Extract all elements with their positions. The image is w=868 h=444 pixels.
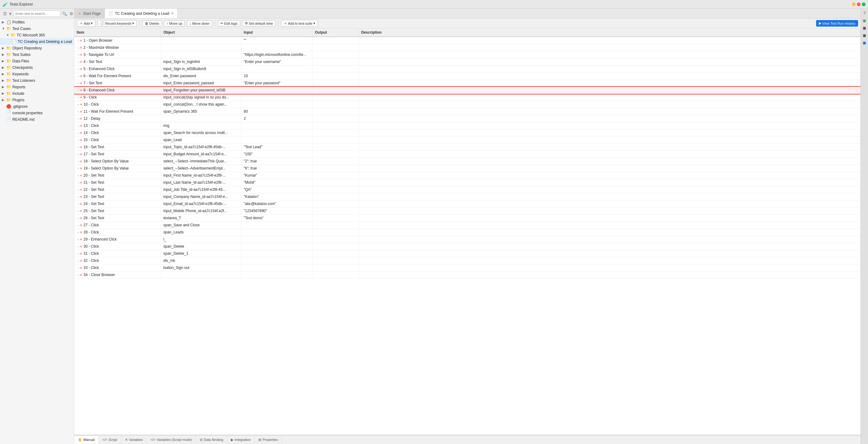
search-input[interactable]	[13, 10, 60, 17]
bottom-tab-manual[interactable]: ✋ Manual	[74, 436, 99, 444]
item-cell[interactable]: →✕6 - Wait For Element Present	[74, 73, 161, 80]
tab-tc-creating[interactable]: 📄 TC Creating and Deleting a Lead ✕	[105, 9, 178, 18]
sidebar-item-test-listeners[interactable]: ▶ 📁 Test Listeners	[0, 77, 74, 84]
add-button[interactable]: ＋ Add ▾	[77, 20, 95, 27]
move-down-button[interactable]: ↓ Move down	[187, 21, 212, 27]
output-cell	[312, 207, 359, 214]
right-panel-btn-4[interactable]: ◼	[862, 32, 868, 38]
description-cell	[359, 243, 861, 250]
edit-tags-button[interactable]: ✏ Edit tags	[218, 20, 240, 27]
item-cell[interactable]: →✕5 - Enhanced Click	[74, 65, 161, 73]
item-cell[interactable]: →✕29 - Enhanced Click	[74, 236, 161, 243]
description-cell	[359, 222, 861, 229]
recent-keywords-button[interactable]: 🕐 Recent keywords ▾	[97, 20, 137, 27]
tab-close-button[interactable]: ✕	[171, 11, 174, 15]
input-cell: ""	[241, 37, 312, 44]
item-cell[interactable]: →✕23 - Set Text	[74, 193, 161, 200]
item-cell[interactable]: →✕32 - Click	[74, 257, 161, 264]
sidebar-dropdown-button[interactable]: ▾	[9, 11, 12, 17]
add-to-test-suite-button[interactable]: ＋ Add to test suite ▾	[281, 20, 318, 27]
sidebar-item-label: README.md	[12, 117, 34, 122]
right-panel-btn-2[interactable]: ◼	[862, 17, 868, 24]
item-cell[interactable]: →✕15 - Click	[74, 136, 161, 144]
sidebar-item-tc-microsoft365[interactable]: ▼ 📁 TC Microsoft 365	[0, 32, 74, 38]
item-cell[interactable]: →✕11 - Wait For Element Present	[74, 108, 161, 115]
table-row: →✕20 - Set Textinput_First Name_id-aa7c1…	[74, 172, 861, 179]
right-panel-btn-3[interactable]: ◼	[862, 25, 868, 31]
sidebar-item-object-repository[interactable]: ▶ 📁 Object Repository	[0, 45, 74, 51]
search-settings-button[interactable]: ⚙	[69, 11, 74, 17]
sidebar-item-keywords[interactable]: ▶ 📁 Keywords	[0, 71, 74, 77]
view-test-run-history-button[interactable]: ▶ View Test Run History	[816, 20, 858, 27]
item-cell[interactable]: →✕4 - Set Text	[74, 58, 161, 65]
item-cell[interactable]: →✕2 - Maximize Window	[74, 44, 161, 51]
close-button[interactable]	[862, 2, 866, 6]
description-cell	[359, 214, 861, 222]
integration-icon: ▶	[231, 438, 234, 442]
item-cell[interactable]: →✕9 - Click	[74, 94, 161, 101]
item-cell[interactable]: →✕13 - Click	[74, 122, 161, 129]
edit-tags-label: Edit tags	[224, 22, 238, 25]
delete-button[interactable]: 🗑 Delete	[142, 21, 162, 27]
item-cell[interactable]: →✕31 - Click	[74, 250, 161, 257]
item-cell[interactable]: →✕12 - Delay	[74, 115, 161, 122]
bottom-tab-variables[interactable]: ✕ Variables	[121, 436, 147, 444]
sidebar-item-profiles[interactable]: ▶ 📋 Profiles	[0, 19, 74, 25]
sidebar-item-plugins[interactable]: ▶ 📁 Plugins	[0, 97, 74, 103]
item-cell[interactable]: →✕1 - Open Browser	[74, 37, 161, 44]
item-cell[interactable]: →✕26 - Set Text	[74, 214, 161, 222]
item-cell[interactable]: →✕16 - Set Text	[74, 144, 161, 151]
bottom-tab-properties[interactable]: ⊞ Properties	[255, 436, 282, 444]
row-arrow-icon: →✕	[77, 209, 82, 213]
item-cell[interactable]: →✕20 - Set Text	[74, 172, 161, 179]
item-number: 27 - Click	[84, 223, 99, 227]
item-cell[interactable]: →✕21 - Set Text	[74, 179, 161, 186]
set-default-view-button[interactable]: ⚙ Set default view	[242, 20, 276, 27]
search-button[interactable]: 🔍	[62, 11, 68, 17]
sidebar-item-tc-creating[interactable]: ▶ 📄 TC Creating and Deleting a Lead	[0, 38, 74, 45]
minimize-button[interactable]	[852, 2, 856, 6]
sidebar-item-gitignore[interactable]: ▶ 🔴 .gitignore	[0, 103, 74, 110]
right-panel-btn-1[interactable]: ?	[862, 10, 868, 16]
right-panel-btn-5[interactable]: ◼	[862, 39, 868, 46]
sidebar-item-label: Keywords	[12, 72, 29, 76]
bottom-tab-script[interactable]: </> Script	[99, 436, 121, 443]
sidebar-item-readme[interactable]: ▶ 📄 README.md	[0, 116, 74, 123]
row-arrow-icon: →✕	[77, 53, 82, 57]
bottom-tab-data-binding[interactable]: ⊟ Data Binding	[196, 436, 227, 444]
sidebar-item-include[interactable]: ▶ 📁 Include	[0, 90, 74, 97]
item-cell[interactable]: →✕3 - Navigate To Url	[74, 51, 161, 58]
item-cell[interactable]: →✕24 - Set Text	[74, 200, 161, 207]
sidebar-item-test-cases[interactable]: ▼ 📁 Test Cases	[0, 25, 74, 32]
item-cell[interactable]: →✕19 - Select Option By Value	[74, 165, 161, 172]
tab-start-page[interactable]: ★ Start Page	[74, 9, 105, 18]
maximize-button[interactable]	[857, 2, 861, 6]
bottom-tab-integration[interactable]: ▶ Integration	[227, 436, 255, 444]
item-cell[interactable]: →✕17 - Set Text	[74, 151, 161, 158]
item-cell[interactable]: →✕14 - Click	[74, 129, 161, 136]
table-row: →✕18 - Select Option By Valueselect_--Se…	[74, 158, 861, 165]
object-cell: span_Save and Close	[161, 222, 241, 229]
sidebar-item-test-suites[interactable]: ▶ 📁 Test Suites	[0, 51, 74, 58]
item-cell[interactable]: →✕28 - Click	[74, 229, 161, 236]
item-cell[interactable]: →✕18 - Select Option By Value	[74, 158, 161, 165]
sidebar-item-console-properties[interactable]: ▶ 📄 console.properties	[0, 110, 74, 116]
item-cell[interactable]: →✕33 - Click	[74, 264, 161, 271]
item-cell[interactable]: →✕30 - Click	[74, 243, 161, 250]
item-cell[interactable]: →✕34 - Close Browser	[74, 271, 161, 278]
item-number: 25 - Set Text	[84, 209, 104, 213]
sidebar-item-checkpoints[interactable]: ▶ 📁 Checkpoints	[0, 64, 74, 71]
item-cell[interactable]: →✕27 - Click	[74, 222, 161, 229]
table-row: →✕17 - Set Textinput_Budget Amount_id-aa…	[74, 151, 861, 158]
item-cell[interactable]: →✕22 - Set Text	[74, 186, 161, 193]
bottom-tab-variables-script[interactable]: </> Variables (Script mode)	[147, 436, 196, 443]
item-cell[interactable]: →✕10 - Click	[74, 101, 161, 108]
item-cell[interactable]: →✕8 - Enhanced Click	[74, 87, 161, 94]
item-cell[interactable]: →✕7 - Set Text	[74, 80, 161, 87]
sidebar-item-reports[interactable]: ▶ 📁 Reports	[0, 84, 74, 90]
sidebar-menu-button[interactable]: ☰	[2, 11, 7, 17]
sidebar-item-label: Profiles	[12, 20, 25, 24]
item-cell[interactable]: →✕25 - Set Text	[74, 207, 161, 214]
move-up-button[interactable]: ↑ Move up	[164, 21, 185, 27]
sidebar-item-data-files[interactable]: ▶ 📁 Data Files	[0, 58, 74, 64]
